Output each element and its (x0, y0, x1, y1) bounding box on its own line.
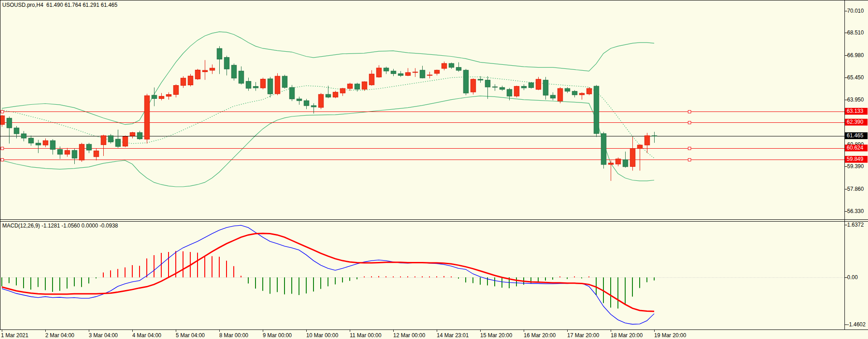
candle (405, 73, 410, 76)
candle (507, 89, 512, 96)
candle (326, 94, 331, 97)
candle (376, 68, 381, 77)
candle (224, 58, 229, 69)
candle (58, 150, 63, 155)
candle (297, 99, 302, 101)
candle (311, 106, 316, 107)
time-axis-label: 4 Mar 04:00 (132, 332, 161, 339)
candle (7, 118, 12, 128)
candle (413, 72, 418, 73)
candle (116, 139, 121, 146)
price-axis-label: 63.950 (847, 97, 864, 103)
candle (36, 143, 41, 145)
candle (166, 95, 171, 97)
candle (442, 63, 447, 68)
candle (318, 94, 323, 107)
price-axis-label: 59.390 (847, 163, 864, 170)
level-line-handle[interactable] (688, 147, 691, 150)
candle (29, 138, 34, 143)
candle (275, 76, 280, 94)
time-axis-label: 1 Mar 2021 (1, 332, 29, 339)
candle (529, 83, 534, 88)
price-axis-label: 70.010 (847, 8, 864, 14)
candle (594, 86, 599, 134)
time-axis-label: 2 Mar 04:00 (45, 332, 74, 339)
level-line-handle[interactable] (688, 111, 691, 113)
candle (550, 95, 555, 98)
price-level-badge: 60.624 (845, 145, 868, 151)
candle (514, 86, 519, 96)
candle (616, 159, 621, 164)
price-axis-label: 66.980 (847, 52, 864, 58)
chart-title: USOUSD.pro,H4 61.490 61.764 61.291 61.46… (2, 2, 117, 8)
candle (101, 136, 106, 145)
time-axis-label: 15 Mar 20:00 (480, 332, 512, 339)
level-line-handle[interactable] (688, 159, 691, 161)
candle (123, 137, 128, 146)
level-line-handle[interactable] (1, 159, 4, 161)
candle (456, 68, 461, 71)
chart-background (0, 0, 868, 339)
candle (246, 81, 251, 88)
candle (130, 133, 135, 136)
candle (137, 133, 142, 139)
candle (463, 70, 468, 93)
candle (333, 92, 338, 97)
candle (217, 48, 222, 59)
candle (289, 87, 294, 99)
candle (195, 70, 200, 79)
candle (427, 75, 432, 75)
candle (630, 149, 635, 167)
time-axis-label: 18 Mar 20:00 (611, 332, 643, 339)
candle (181, 78, 186, 85)
candle (645, 136, 650, 145)
candle (362, 82, 367, 89)
time-axis-label: 5 Mar 04:00 (176, 332, 205, 339)
candle (340, 88, 345, 93)
level-line-handle[interactable] (1, 147, 4, 150)
candle (398, 74, 403, 76)
candle (239, 71, 244, 83)
macd-axis-label: 0.00 (847, 274, 858, 281)
candle (572, 91, 577, 95)
candle (565, 88, 570, 91)
candle (210, 68, 215, 70)
candle (471, 79, 476, 92)
price-axis-label: 56.330 (847, 208, 864, 214)
candle (14, 128, 19, 134)
candle (652, 136, 657, 136)
candle (260, 79, 265, 88)
candle (347, 84, 352, 88)
candle (72, 150, 77, 158)
candle (579, 93, 584, 95)
macd-axis-label: 1.6372 (847, 222, 864, 228)
level-line-handle[interactable] (688, 121, 691, 124)
candle (449, 63, 454, 68)
candle (355, 84, 360, 89)
time-axis-label: 10 Mar 00:00 (306, 332, 338, 339)
chart-window: USOUSD.pro,H4 61.490 61.764 61.291 61.46… (0, 0, 868, 339)
macd-axis-label: -1.4602 (847, 321, 866, 328)
price-level-badge: 59.849 (845, 156, 868, 163)
candle (637, 145, 642, 149)
chart-canvas[interactable] (0, 0, 868, 339)
candle (87, 144, 92, 150)
candle (79, 144, 84, 160)
candle (369, 74, 374, 85)
time-axis-label: 16 Mar 20:00 (524, 332, 556, 339)
candle (420, 70, 425, 78)
candle (152, 95, 157, 98)
candle (50, 140, 55, 149)
candle (159, 96, 164, 98)
level-line-handle[interactable] (1, 111, 4, 113)
price-level-badge: 62.390 (845, 119, 868, 126)
candle (282, 76, 287, 87)
price-axis-label: 65.450 (847, 74, 864, 81)
candle (174, 86, 178, 95)
candle (608, 163, 613, 165)
candle (587, 88, 592, 94)
candle (391, 71, 396, 74)
candle (623, 160, 628, 167)
candle (384, 68, 389, 71)
time-axis-label: 12 Mar 00:00 (393, 332, 425, 339)
